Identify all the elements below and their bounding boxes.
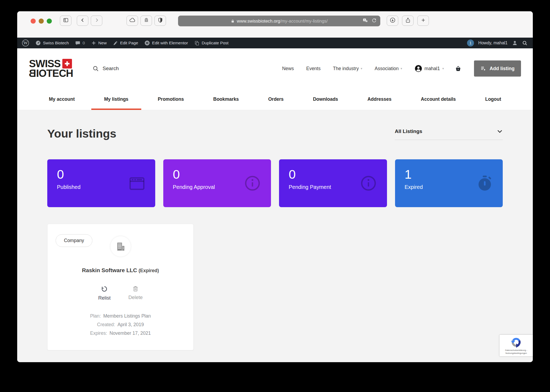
stopwatch-icon: [476, 174, 494, 192]
notification-badge[interactable]: 1: [467, 39, 474, 46]
wp-admin-bar: W Swiss Biotech 0 New Edit Page Edit wit…: [17, 38, 533, 48]
tab-promotions[interactable]: Promotions: [158, 89, 184, 110]
add-listing-button[interactable]: Add listing: [474, 60, 521, 77]
nav-item-association[interactable]: Association▾: [375, 66, 402, 71]
sidebar-toggle-button[interactable]: [60, 16, 71, 26]
svg-text:A: A: [364, 19, 366, 21]
stat-card-pending-approval: 0 Pending Approval: [163, 159, 271, 207]
relist-label: Relist: [98, 295, 111, 301]
main-nav: News Events The industry▾ Association▾: [282, 66, 402, 71]
tab-logout[interactable]: Logout: [485, 89, 501, 110]
listing-type-badge: Company: [56, 234, 92, 247]
main-content: Your listings All Listings 0 Published 0…: [17, 110, 533, 362]
tab-downloads[interactable]: Downloads: [313, 89, 338, 110]
page-title: Your listings: [47, 127, 116, 140]
share-button[interactable]: [402, 16, 414, 26]
downloads-button[interactable]: [387, 16, 398, 26]
detail-row-plan: Plan:Members Listings Plan: [55, 313, 186, 319]
tab-addresses[interactable]: Addresses: [367, 89, 392, 110]
shield-icon: [157, 17, 163, 24]
nav-item-events[interactable]: Events: [306, 66, 321, 71]
listings-filter-dropdown[interactable]: All Listings: [395, 128, 503, 140]
sidebar-icon: [63, 17, 69, 24]
user-icon[interactable]: [512, 40, 518, 46]
logo-word-biotech-initial: B: [29, 69, 36, 78]
tab-my-listings[interactable]: My listings: [104, 89, 128, 110]
admin-edit-page[interactable]: Edit Page: [113, 41, 138, 45]
back-button[interactable]: [77, 16, 88, 26]
recaptcha-privacy-text[interactable]: Datenschutzerklärung -: [505, 349, 527, 351]
icloud-tabs-button[interactable]: [126, 16, 138, 26]
svg-text:文: 文: [366, 20, 367, 22]
site-logo[interactable]: SWISS BIOTECH: [29, 59, 73, 78]
delete-button[interactable]: Delete: [128, 285, 143, 301]
tab-orders[interactable]: Orders: [268, 89, 284, 110]
user-avatar-icon: [415, 65, 422, 72]
detail-value: April 3, 2019: [117, 322, 144, 328]
duplicate-post-label: Duplicate Post: [202, 41, 229, 45]
detail-row-expires: Expires:November 17, 2021: [55, 330, 186, 336]
account-menu[interactable]: mahal1 ▾: [415, 65, 444, 72]
trash-icon: [132, 285, 139, 292]
chevron-left-icon: [80, 17, 85, 24]
detail-row-created: Created:April 3, 2019: [55, 322, 186, 328]
chevron-down-icon: ▾: [442, 67, 444, 70]
zoom-window-button[interactable]: [47, 19, 52, 24]
logo-word-swiss: SWISS: [29, 59, 60, 69]
detail-label: Plan:: [90, 313, 101, 319]
plus-icon: [91, 41, 96, 45]
swiss-cross-icon: [62, 59, 72, 69]
admin-new-label: New: [98, 41, 107, 45]
address-bar[interactable]: www.swissbiotech.org/my-account/my-listi…: [178, 16, 380, 26]
share-icon: [405, 17, 411, 24]
reload-icon[interactable]: [372, 18, 377, 24]
chevron-down-icon: [497, 128, 503, 134]
nav-item-the-industry[interactable]: The industry▾: [333, 66, 362, 71]
nav-item-news[interactable]: News: [282, 66, 294, 71]
recaptcha-badge[interactable]: Datenschutzerklärung -Nutzungsbedingunge…: [500, 335, 533, 356]
admin-edit-elementor[interactable]: Edit with Elementor: [144, 40, 188, 46]
admin-new-menu[interactable]: New: [91, 41, 107, 45]
wp-logo-menu[interactable]: W: [22, 39, 29, 46]
tab-account-details[interactable]: Account details: [421, 89, 456, 110]
tab-my-account[interactable]: My account: [49, 89, 75, 110]
account-tabs: My account My listings Promotions Bookma…: [17, 89, 533, 110]
stat-card-pending-payment: 0 Pending Payment: [279, 159, 387, 207]
browser-toolbar: www.swissbiotech.org/my-account/my-listi…: [17, 11, 533, 38]
admin-site-menu[interactable]: Swiss Biotech: [35, 40, 69, 46]
privacy-ghost-button[interactable]: [140, 16, 152, 26]
relist-button[interactable]: Relist: [98, 285, 111, 301]
info-icon: [359, 174, 378, 193]
search-icon[interactable]: [522, 40, 527, 46]
listing-card: Company Raskin Software LLC (Expired) Re…: [47, 224, 194, 350]
site-header: SWISS BIOTECH Search News Events The ind…: [17, 48, 533, 89]
minimize-window-button[interactable]: [39, 19, 44, 24]
admin-duplicate-post[interactable]: Duplicate Post: [194, 41, 229, 46]
filter-label: All Listings: [395, 128, 422, 134]
add-listing-label: Add listing: [490, 66, 515, 71]
recaptcha-terms-text[interactable]: Nutzungsbedingungen: [505, 352, 527, 354]
close-window-button[interactable]: [31, 19, 36, 24]
tab-bookmarks[interactable]: Bookmarks: [213, 89, 239, 110]
new-tab-button[interactable]: [417, 16, 429, 26]
translate-icon[interactable]: A文: [363, 18, 368, 24]
detail-value: Members Listings Plan: [103, 313, 151, 319]
chevron-down-icon: ▾: [361, 67, 362, 70]
listing-details: Plan:Members Listings Plan Created:April…: [55, 313, 186, 336]
cloud-icon: [129, 17, 136, 24]
howdy-label[interactable]: Howdy, mahal1: [478, 41, 508, 45]
duplicate-icon: [194, 41, 200, 46]
listing-avatar: [110, 236, 131, 257]
detail-value: November 17, 2021: [110, 330, 151, 336]
shield-button[interactable]: [154, 16, 166, 26]
chevron-down-icon: ▾: [401, 67, 402, 70]
window-controls: [31, 16, 52, 26]
nav-label: The industry: [333, 66, 359, 71]
basket-icon[interactable]: [455, 65, 462, 72]
forward-button[interactable]: [91, 16, 102, 26]
admin-comments[interactable]: 0: [75, 41, 85, 46]
window-icon: [128, 174, 146, 192]
admin-site-name: Swiss Biotech: [43, 41, 69, 45]
nav-label: News: [282, 66, 294, 71]
header-search[interactable]: Search: [92, 65, 119, 72]
